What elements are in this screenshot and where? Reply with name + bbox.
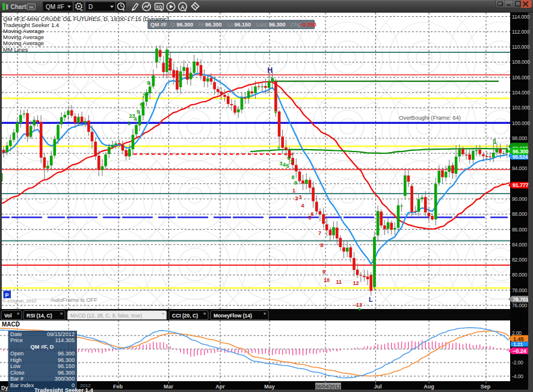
- svg-text:OverBought (Frame: 64): OverBought (Frame: 64): [399, 114, 461, 121]
- svg-text:78.000: 78.000: [512, 287, 528, 293]
- svg-text:Bar #: Bar #: [10, 376, 24, 382]
- svg-text:91.777: 91.777: [513, 182, 529, 188]
- svg-text:96.300: 96.300: [205, 22, 222, 28]
- svg-text:Jul: Jul: [374, 384, 381, 390]
- svg-text:3: 3: [280, 161, 283, 167]
- svg-text:4: 4: [283, 162, 286, 168]
- svg-text:1: 1: [493, 138, 497, 145]
- svg-text:96.300: 96.300: [58, 370, 75, 376]
- svg-text:×: ×: [203, 311, 206, 316]
- svg-text:2: 2: [277, 145, 280, 152]
- svg-text:© eSignal, 2012: © eSignal, 2012: [2, 298, 37, 304]
- svg-text:−0.250: −0.250: [300, 22, 316, 28]
- svg-text:110.000: 110.000: [512, 44, 529, 50]
- svg-text:2: 2: [295, 195, 298, 201]
- svg-text:Aug: Aug: [424, 384, 434, 390]
- svg-text:SB: SB: [29, 5, 34, 9]
- svg-text:10: 10: [324, 277, 330, 283]
- svg-text:Low: Low: [10, 363, 20, 369]
- svg-text:1: 1: [292, 188, 295, 194]
- svg-text:1: 1: [128, 120, 131, 126]
- svg-text:−0.24: −0.24: [513, 348, 526, 354]
- svg-text:4: 4: [134, 116, 137, 122]
- svg-text:High: High: [10, 357, 22, 363]
- svg-text:Apr: Apr: [215, 384, 225, 390]
- svg-text:96.300: 96.300: [177, 22, 194, 28]
- svg-text:Mar: Mar: [164, 384, 174, 390]
- svg-text:Vol: Vol: [4, 313, 12, 319]
- svg-text:-13: -13: [354, 302, 362, 308]
- svg-text:6: 6: [140, 102, 143, 108]
- svg-text:Bar Index: Bar Index: [10, 382, 34, 388]
- svg-text:112.000: 112.000: [512, 29, 529, 35]
- svg-text:96.300: 96.300: [513, 149, 529, 155]
- svg-text:114.305: 114.305: [55, 337, 75, 343]
- svg-text:EQ: EQ: [156, 5, 162, 10]
- svg-text:100.000: 100.000: [512, 120, 530, 126]
- svg-text:104.000: 104.000: [512, 90, 530, 96]
- svg-text:MACD: MACD: [2, 321, 20, 328]
- svg-text:RSI (14, C): RSI (14, C): [26, 313, 52, 319]
- svg-text:×: ×: [263, 311, 266, 316]
- svg-text:102.000: 102.000: [512, 105, 530, 111]
- svg-text:9: 9: [294, 180, 297, 186]
- svg-text:MACD (12, 26, C, 9, false, tru: MACD (12, 26, C, 9, false, true): [70, 313, 142, 319]
- svg-text:3: 3: [299, 194, 302, 200]
- svg-text:96.300: 96.300: [269, 22, 286, 28]
- svg-text:98.000: 98.000: [512, 135, 528, 141]
- svg-text:CCI (20, C): CCI (20, C): [172, 313, 198, 319]
- svg-text:-2.00: -2.00: [512, 360, 523, 366]
- svg-text:8: 8: [321, 242, 324, 248]
- svg-text:9: 9: [147, 80, 150, 86]
- svg-text:86.000: 86.000: [512, 227, 528, 233]
- svg-text:96.300: 96.300: [58, 357, 75, 363]
- svg-text:Open: Open: [10, 351, 23, 357]
- svg-text:×: ×: [60, 311, 63, 316]
- svg-text:78.701: 78.701: [513, 296, 529, 302]
- svg-text:80.000: 80.000: [512, 272, 528, 278]
- svg-text:2012: 2012: [80, 383, 91, 388]
- svg-text:88.000: 88.000: [512, 211, 528, 217]
- svg-text:QM #F: QM #F: [46, 4, 64, 10]
- svg-text:Date: Date: [10, 331, 22, 337]
- svg-text:Chart: Chart: [11, 4, 27, 10]
- svg-text:84.000: 84.000: [512, 242, 528, 248]
- svg-text:5: 5: [286, 163, 289, 169]
- svg-text:Dy: Dy: [1, 385, 8, 391]
- svg-text:82.000: 82.000: [512, 257, 528, 263]
- svg-text:P: P: [5, 292, 9, 298]
- svg-text:May: May: [264, 384, 275, 390]
- svg-text:AutoFrame is OFF: AutoFrame is OFF: [51, 296, 97, 303]
- svg-text:9: 9: [322, 269, 325, 275]
- svg-text:Hi: Hi: [199, 22, 204, 28]
- svg-text:76.000: 76.000: [512, 302, 528, 308]
- svg-text:Sep: Sep: [481, 384, 491, 390]
- svg-text:A: A: [180, 4, 185, 10]
- svg-text:L: L: [369, 296, 373, 303]
- svg-text:×: ×: [17, 311, 19, 316]
- svg-text:Close: Close: [10, 370, 25, 376]
- svg-text:108.000: 108.000: [512, 59, 530, 65]
- svg-text:8: 8: [146, 91, 149, 97]
- svg-text:7: 7: [290, 159, 293, 165]
- svg-text:QM #F, D: QM #F, D: [31, 344, 54, 350]
- svg-text:Lo: Lo: [227, 22, 233, 28]
- svg-text:09/15/2012: 09/15/2012: [47, 331, 75, 337]
- svg-text:11: 11: [336, 279, 342, 285]
- svg-text:94.000: 94.000: [512, 165, 528, 171]
- svg-text:H: H: [268, 66, 273, 75]
- svg-text:5: 5: [137, 109, 140, 115]
- svg-text:Last: Last: [256, 22, 267, 28]
- svg-text:QM #F: QM #F: [150, 22, 167, 28]
- svg-text:114.000: 114.000: [512, 14, 529, 20]
- svg-text:6: 6: [311, 211, 314, 217]
- svg-text:MM Lines: MM Lines: [3, 46, 28, 53]
- svg-text:96.150: 96.150: [58, 363, 75, 369]
- svg-text:-4.00: -4.00: [512, 373, 523, 379]
- svg-text:300/300: 300/300: [55, 376, 75, 382]
- svg-text:7: 7: [318, 230, 321, 236]
- svg-text:Feb: Feb: [113, 384, 123, 390]
- svg-text:O: O: [171, 22, 175, 28]
- svg-text:96.300: 96.300: [58, 351, 75, 357]
- svg-text:90.000: 90.000: [512, 196, 528, 202]
